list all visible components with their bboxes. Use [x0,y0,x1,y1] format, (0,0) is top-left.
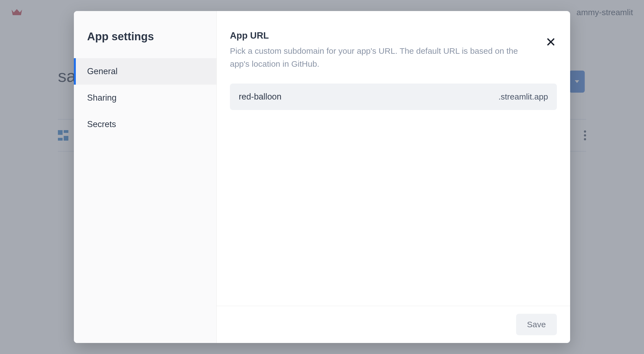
modal-content: App URL Pick a custom subdomain for your… [217,11,570,306]
sidebar-title: App settings [74,30,216,58]
sidebar-item-label: Sharing [87,93,117,103]
sidebar-item-label: General [87,66,117,76]
section-title: App URL [230,30,557,41]
save-button[interactable]: Save [516,314,557,335]
app-settings-modal: App settings General Sharing Secrets App… [74,11,570,343]
sidebar-item-label: Secrets [87,119,116,129]
close-button[interactable] [545,36,557,48]
modal-main: App URL Pick a custom subdomain for your… [217,11,570,343]
section-description: Pick a custom subdomain for your app's U… [230,45,533,70]
sidebar-item-sharing[interactable]: Sharing [74,85,216,111]
sidebar-item-general[interactable]: General [74,58,216,85]
modal-footer: Save [217,306,570,343]
modal-overlay: App settings General Sharing Secrets App… [0,0,644,354]
close-icon [546,37,555,46]
subdomain-input[interactable] [239,92,498,102]
sidebar-item-secrets[interactable]: Secrets [74,111,216,138]
domain-suffix: .streamlit.app [498,92,548,101]
url-input-row: .streamlit.app [230,84,557,110]
modal-sidebar: App settings General Sharing Secrets [74,11,217,343]
